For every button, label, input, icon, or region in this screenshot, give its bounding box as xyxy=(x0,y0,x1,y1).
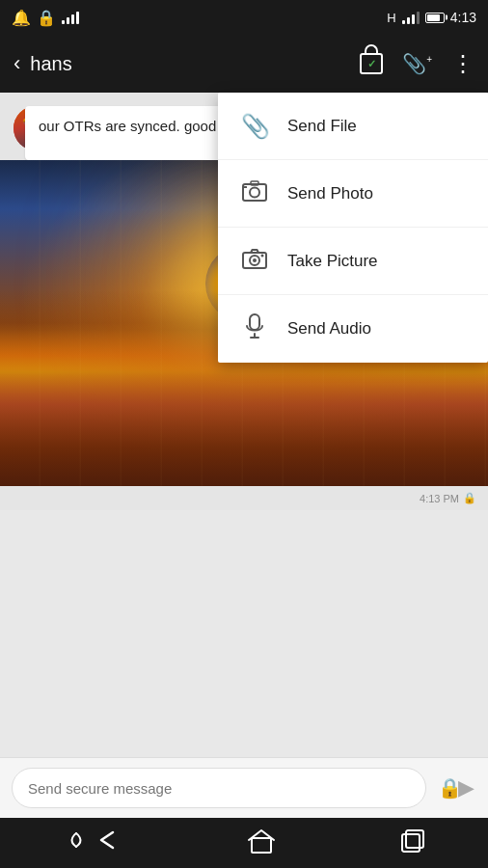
svg-rect-12 xyxy=(402,834,420,852)
photo-icon xyxy=(241,180,268,207)
take-picture-item[interactable]: Take Picture xyxy=(218,228,488,295)
network-signal-icon xyxy=(402,11,420,24)
image-lock-icon: 🔒 xyxy=(463,492,476,504)
alarm-icon: 🔔 xyxy=(12,9,31,27)
attach-button[interactable]: 📎+ xyxy=(402,52,432,75)
paperclip-icon: 📎 xyxy=(241,113,268,140)
carrier-label: H xyxy=(387,11,395,25)
dropdown-menu: 📎 Send File Send Photo xyxy=(218,93,488,363)
chat-title: hans xyxy=(30,53,360,75)
svg-rect-13 xyxy=(406,830,423,848)
svg-point-6 xyxy=(253,258,257,262)
send-file-item[interactable]: 📎 Send File xyxy=(218,93,488,160)
image-time: 4:13 PM xyxy=(420,493,459,504)
message-input-area: 🔒 ▶ xyxy=(0,757,488,818)
send-file-label: Send File xyxy=(287,117,357,136)
send-photo-label: Send Photo xyxy=(287,184,373,203)
status-bar: 🔔 🔒 H 4:13 xyxy=(0,0,488,35)
bottom-nav xyxy=(0,818,488,868)
more-button[interactable]: ⋮ xyxy=(451,52,474,75)
home-button-nav[interactable] xyxy=(248,828,275,857)
svg-rect-11 xyxy=(252,838,271,853)
take-picture-label: Take Picture xyxy=(287,252,378,271)
svg-point-7 xyxy=(261,254,264,257)
status-bar-right: H 4:13 xyxy=(387,10,476,25)
lock-verified-button[interactable]: ✓ xyxy=(360,53,383,74)
battery-icon xyxy=(425,13,445,23)
send-audio-item[interactable]: Send Audio xyxy=(218,295,488,363)
microphone-icon xyxy=(241,313,268,344)
image-timestamp: 4:13 PM 🔒 xyxy=(0,486,488,510)
send-arrow-icon: ▶ xyxy=(458,775,474,800)
lock-icon: 🔒 xyxy=(37,9,56,27)
svg-point-1 xyxy=(250,187,259,197)
chat-container: our OTRs are synced. good morning ;) 11:… xyxy=(0,93,488,510)
camera-icon xyxy=(241,248,268,275)
send-button[interactable]: 🔒 ▶ xyxy=(436,768,476,808)
back-button-nav[interactable] xyxy=(63,829,122,856)
back-button[interactable]: ‹ xyxy=(14,51,20,76)
status-bar-left: 🔔 🔒 xyxy=(12,9,79,27)
app-bar: ‹ hans ✓ 📎+ ⋮ xyxy=(0,35,488,93)
svg-rect-8 xyxy=(250,314,259,330)
signal-bars-icon xyxy=(62,11,79,24)
message-input[interactable] xyxy=(12,768,426,808)
time-label: 4:13 xyxy=(450,10,476,25)
send-photo-item[interactable]: Send Photo xyxy=(218,160,488,228)
recent-apps-button-nav[interactable] xyxy=(400,828,425,857)
svg-rect-3 xyxy=(244,186,247,188)
send-audio-label: Send Audio xyxy=(287,319,371,339)
app-bar-icons: ✓ 📎+ ⋮ xyxy=(360,52,474,75)
